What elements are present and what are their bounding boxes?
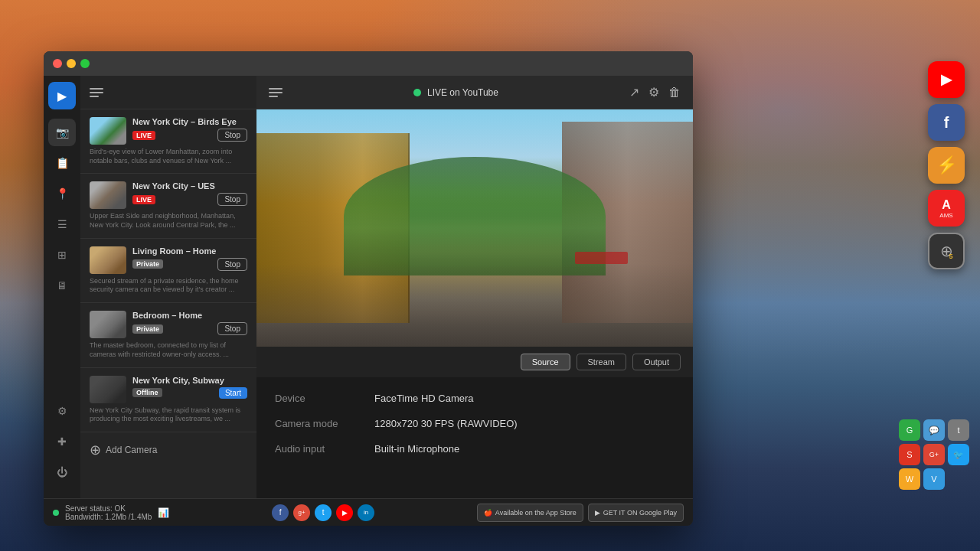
sidebar: ▶ 📷 📋 📍 ☰ ⊞ 🖥 ⚙ xyxy=(44,76,80,498)
stop-button[interactable]: Stop xyxy=(217,129,247,142)
facebook-dock-icon[interactable]: f xyxy=(928,104,965,141)
camera-item[interactable]: New York City – UES LIVE Stop Upper East… xyxy=(80,174,256,238)
bandwidth-text: Bandwidth: 1.2Mb /1.4Mb xyxy=(65,513,152,521)
small-icon-5[interactable]: G+ xyxy=(923,444,945,465)
googleplay-button[interactable]: ▶ GET IT ON Google Play xyxy=(588,504,684,522)
sniper-dock-icon[interactable]: ⊕ 5 xyxy=(928,233,965,269)
sidebar-item-home[interactable]: 📷 xyxy=(48,119,76,146)
small-icon-4[interactable]: S xyxy=(899,444,920,465)
twitter-social-icon[interactable]: t xyxy=(315,504,332,521)
stop-button[interactable]: Stop xyxy=(217,193,247,206)
camera-thumb xyxy=(90,376,126,403)
live-dot-indicator xyxy=(413,89,421,96)
facebook-social-icon[interactable]: f xyxy=(272,504,289,521)
social-icons: f g+ t ▶ in xyxy=(272,504,374,521)
bandwidth-icon[interactable]: 📊 xyxy=(158,507,169,518)
camera-name: New York City, Subway xyxy=(132,376,247,385)
camera-thumb xyxy=(90,181,126,209)
youtube-dock-icon[interactable]: ▶ xyxy=(928,61,965,98)
hamburger-menu[interactable] xyxy=(269,88,283,97)
top-bar: LIVE on YouTube ↗ ⚙ 🗑 xyxy=(256,76,693,109)
status-badge: LIVE xyxy=(132,195,155,204)
audio-input-row: Audio input Built-in Microphone xyxy=(275,443,675,455)
video-road-overlay xyxy=(256,264,693,347)
sidebar-item-channels[interactable]: 📋 xyxy=(48,149,76,177)
appstore-button[interactable]: 🍎 Available on the App Store xyxy=(477,504,583,522)
camera-description: The master bedroom, connected to my list… xyxy=(90,341,247,359)
camera-name: Living Room – Home xyxy=(132,246,247,256)
small-icon-1[interactable]: G xyxy=(899,419,920,441)
controls-bar: Source Stream Output xyxy=(256,347,693,377)
lightning-dock-icon[interactable]: ⚡ xyxy=(928,147,965,184)
camera-mode-row: Camera mode 980x551 30 FPS (RAWVIDEO) xyxy=(275,418,675,429)
sidebar-item-add[interactable]: ✚ xyxy=(48,428,76,455)
start-button[interactable]: Start xyxy=(219,387,247,399)
live-status-label: LIVE on YouTube xyxy=(427,87,498,98)
settings-icon[interactable]: ⚙ xyxy=(648,85,659,99)
tab-stream[interactable]: Stream xyxy=(577,354,626,370)
sidebar-item-grid[interactable]: ⊞ xyxy=(48,241,76,269)
camera-item[interactable]: Living Room – Home Private Stop Secured … xyxy=(80,239,256,303)
googleplay-icon: ▶ xyxy=(595,509,600,517)
camera-item[interactable]: Bedroom – Home Private Stop The master b… xyxy=(80,303,256,367)
device-row: Device FaceTime HD Camera xyxy=(275,393,675,404)
tab-source[interactable]: Source xyxy=(521,354,570,370)
camera-description: Upper East Side and neighborhood, Manhat… xyxy=(90,212,247,230)
stop-button[interactable]: Stop xyxy=(217,322,247,335)
maximize-button[interactable] xyxy=(80,59,90,68)
main-content: LIVE on YouTube ↗ ⚙ 🗑 xyxy=(256,76,693,498)
status-badge: LIVE xyxy=(132,131,155,140)
sidebar-item-power[interactable]: ⏻ xyxy=(48,458,76,486)
camera-item[interactable]: New York City – Birds Eye LIVE Stop Bird… xyxy=(80,109,256,174)
sidebar-item-settings[interactable]: ⚙ xyxy=(48,397,76,425)
small-icon-7[interactable]: W xyxy=(899,468,920,490)
app-logo[interactable]: ▶ xyxy=(48,82,76,109)
minimize-button[interactable] xyxy=(67,59,76,68)
camera-item[interactable]: New York City, Subway Offline Start New … xyxy=(80,368,256,432)
small-icon-2[interactable]: 💬 xyxy=(923,419,945,441)
camera-thumb xyxy=(90,311,126,338)
stop-button[interactable]: Stop xyxy=(217,258,247,271)
small-icon-6[interactable]: 🐦 xyxy=(948,444,969,465)
trash-icon[interactable]: 🗑 xyxy=(668,86,681,99)
video-awning xyxy=(575,252,627,264)
video-preview xyxy=(256,109,693,347)
menu-icon[interactable] xyxy=(90,88,103,97)
sidebar-item-list[interactable]: ☰ xyxy=(48,210,76,238)
add-camera-icon: ⊕ xyxy=(90,442,101,458)
share-icon[interactable]: ↗ xyxy=(629,85,639,99)
youtube-social-icon[interactable]: ▶ xyxy=(336,504,353,521)
linkedin-social-icon[interactable]: in xyxy=(358,504,374,521)
camera-list-header xyxy=(80,76,256,109)
camera-list: New York City – Birds Eye LIVE Stop Bird… xyxy=(80,76,256,498)
status-bar: Server status: OK Bandwidth: 1.2Mb /1.4M… xyxy=(44,498,693,526)
ams-dock-icon[interactable]: A AMS xyxy=(928,190,965,227)
appstore-label: Available on the App Store xyxy=(495,509,577,517)
close-button[interactable] xyxy=(53,59,62,68)
camera-name: New York City – Birds Eye xyxy=(132,117,247,126)
device-value: FaceTime HD Camera xyxy=(374,393,474,404)
googleplus-social-icon[interactable]: g+ xyxy=(293,504,310,521)
status-badge: Private xyxy=(132,259,163,269)
camera-mode-label: Camera mode xyxy=(275,418,374,429)
source-panel: Device FaceTime HD Camera Camera mode 12… xyxy=(256,377,693,498)
status-left: Server status: OK Bandwidth: 1.2Mb /1.4M… xyxy=(53,504,169,521)
right-dock: ▶ f ⚡ A AMS ⊕ 5 xyxy=(928,61,965,269)
add-camera-button[interactable]: ⊕ Add Camera xyxy=(80,432,256,468)
camera-mode-value: 980x551 30 FPS (RAWVIDEO) xyxy=(374,418,518,429)
small-icon-3[interactable]: t xyxy=(948,419,969,441)
tab-output[interactable]: Output xyxy=(632,354,681,370)
camera-description: New York City Subway, the rapid transit … xyxy=(90,406,247,424)
audio-input-label: Audio input xyxy=(275,443,374,455)
title-bar xyxy=(44,51,693,76)
sidebar-item-location[interactable]: 📍 xyxy=(48,180,76,207)
app-window: ▶ 📷 📋 📍 ☰ ⊞ 🖥 ⚙ xyxy=(44,51,693,526)
sidebar-item-monitor[interactable]: 🖥 xyxy=(48,272,76,299)
camera-name: Bedroom – Home xyxy=(132,311,247,320)
camera-name: New York City – UES xyxy=(132,181,247,191)
small-icon-8[interactable]: V xyxy=(923,468,945,490)
status-badge: Private xyxy=(132,324,163,334)
camera-thumb xyxy=(90,117,126,145)
camera-description: Secured stream of a private residence, t… xyxy=(90,277,247,295)
device-label: Device xyxy=(275,393,374,404)
